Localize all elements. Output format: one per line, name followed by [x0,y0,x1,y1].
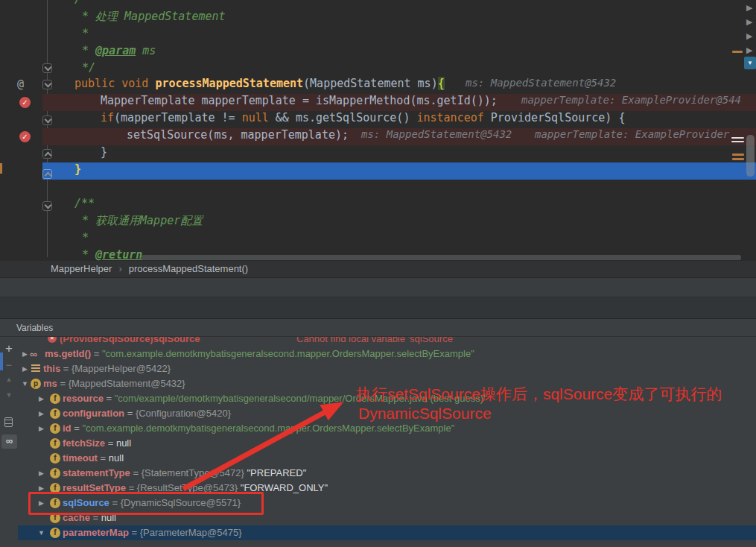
field-icon: f [50,438,60,449]
expand-arrow[interactable]: ▼ [38,525,45,540]
field-icon: f [50,393,60,404]
variable-text: ms.getId() = "com.example.demotkmybatisg… [45,347,474,361]
field-icon: f [50,423,60,434]
variable-name: statementType [63,467,130,478]
equals-sign: = [91,348,102,359]
variable-row-content: ▶fstatementType = {StatementType@5472} "… [0,466,756,481]
variable-row[interactable]: ▶fid = "com.example.demotkmybatisgeneral… [0,421,756,436]
variable-text: id = "com.example.demotkmybatisgeneralse… [63,421,454,436]
variable-text: ms = {MappedStatement@5432} [43,376,185,391]
expand-arrow[interactable]: ▼ [22,376,28,391]
field-icon: f [50,528,60,538]
variable-row-content: ffetchSize = null [0,436,756,451]
variable-row[interactable]: ▼fparameterMap = {ParameterMap@5475} [0,525,756,540]
equals-sign: = [129,527,140,538]
watch-icon: ∞ [30,349,37,359]
variable-row-content: ▶fid = "com.example.demotkmybatisgeneral… [0,421,756,436]
variable-value: null [116,437,131,449]
equals-sign: = [130,467,142,478]
variable-row-content: ✕(ProviderSqlSource)sqlSourceCannot find… [0,337,756,347]
variable-value: {MappedStatement@5432} [69,378,185,389]
variable-row-content: ftimeout = null [0,451,756,466]
variable-value: Cannot find local variable 'sqlSource' [296,337,454,347]
variable-text: (ProviderSqlSource)sqlSourceCannot find … [60,337,200,347]
annotation-text-line1: 执行setSqlSource操作后，sqlSource变成了可执行的 [356,384,722,405]
expand-arrow[interactable]: ▶ [39,421,44,436]
variable-value: {StatementType@5472} [142,467,244,478]
variable-row[interactable]: ftimeout = null [0,451,756,466]
variable-text: this = {MapperHelper@5422} [43,361,171,376]
variable-value: {ParameterMap@5475} [140,527,242,538]
expand-arrow[interactable]: ▶ [39,391,44,406]
variable-value: {Configuration@5420} [136,408,231,419]
equals-sign: = [124,408,136,419]
equals-sign: = [104,393,115,404]
variable-row-content: ▶∞ms.getId() = "com.example.demotkmybati… [0,347,756,361]
field-icon: f [50,408,60,419]
variable-name: parameterMap [63,527,129,538]
variable-row-content: ▼fparameterMap = {ParameterMap@5475} [0,525,756,540]
variable-row-content: ▶this = {MapperHelper@5422} [0,361,756,376]
this-icon [31,364,40,373]
annotation-text-line2: DynamicSqlSource [358,405,492,423]
parameter-icon: p [31,379,41,389]
variable-name: configuration [63,408,124,419]
variable-value-string: "PREPARED" [244,467,306,478]
equals-sign: = [72,423,83,434]
variable-text: timeout = null [63,451,124,466]
variable-name: ms.getId() [45,348,91,359]
variables-tree: ✕(ProviderSqlSource)sqlSourceCannot find… [0,0,756,547]
variable-name: (ProviderSqlSource)sqlSource [60,337,200,344]
field-icon: f [50,453,60,464]
variable-value: "com.example.demotkmybatisgeneralsecond.… [82,423,454,434]
variable-value: null [109,452,124,464]
variable-text: fetchSize = null [63,436,131,451]
expand-arrow[interactable]: ▶ [22,347,28,361]
variable-row[interactable]: ▶∞ms.getId() = "com.example.demotkmybati… [0,347,756,361]
variable-name: timeout [63,452,98,464]
expand-arrow[interactable]: ▶ [22,361,28,376]
variable-text: configuration = {Configuration@5420} [63,406,231,421]
equals-sign: = [57,378,69,389]
variable-value: "com.example.demotkmybatisgeneralsecond.… [102,348,474,359]
variable-row[interactable]: ▶fstatementType = {StatementType@5472} "… [0,466,756,481]
variable-value: {MapperHelper@5422} [72,363,171,374]
equals-sign: = [98,452,109,464]
variable-name: fetchSize [63,437,105,449]
variable-name: id [63,423,72,434]
ide-debug-window: /*** 处理 MappedStatement** @param ms*/pub… [0,0,756,547]
variable-row[interactable]: ✕(ProviderSqlSource)sqlSourceCannot find… [0,337,756,347]
expand-arrow[interactable]: ▶ [39,466,44,481]
equals-sign: = [105,437,116,449]
variable-name: ms [43,378,57,389]
equals-sign: = [60,363,72,374]
variable-name: this [43,363,60,374]
variable-text: statementType = {StatementType@5472} "PR… [63,466,306,481]
error-watch-icon: ✕ [48,337,57,343]
variable-row[interactable]: ▶this = {MapperHelper@5422} [0,361,756,376]
annotation-highlight-box [28,492,264,515]
variable-name: resource [63,393,104,404]
variable-text: parameterMap = {ParameterMap@5475} [63,525,241,540]
expand-arrow[interactable]: ▶ [39,406,44,421]
variable-row[interactable]: ffetchSize = null [0,436,756,451]
field-icon: f [50,468,60,478]
